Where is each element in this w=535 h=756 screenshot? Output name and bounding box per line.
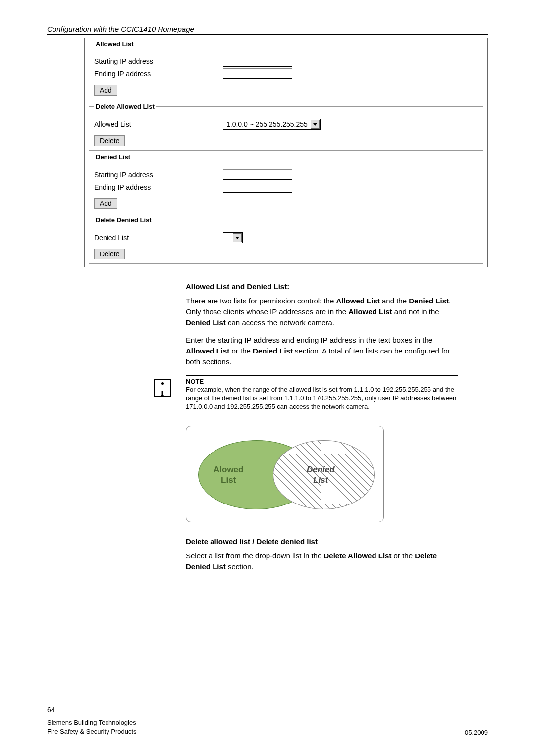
chevron-down-icon — [311, 120, 320, 129]
page-footer: 64 Siemens Building Technologies Fire Sa… — [47, 706, 488, 736]
delete-allowed-legend: Delete Allowed List — [94, 103, 156, 110]
allowed-list-fieldset: Allowed List Starting IP address Ending … — [89, 40, 483, 100]
denied-list-select[interactable] — [223, 232, 243, 243]
starting-ip-label-denied: Starting IP address — [94, 171, 223, 179]
ending-ip-label: Ending IP address — [94, 70, 223, 78]
starting-ip-input-allowed[interactable] — [223, 56, 292, 67]
footer-company: Siemens Building Technologies — [47, 718, 137, 727]
paragraph-select-list: Select a list from the drop-down list in… — [186, 551, 458, 572]
section-heading-lists: Allowed List and Denied List: — [186, 282, 458, 291]
add-button-denied[interactable]: Add — [94, 198, 117, 209]
info-icon: ı — [154, 379, 171, 397]
page-title: Configuration with the CCIC1410 Homepage — [47, 25, 488, 35]
footer-date: 05.2009 — [465, 729, 488, 736]
denied-list-legend: Denied List — [94, 153, 132, 161]
allowed-list-select-value: 1.0.0.0 ~ 255.255.255.255 — [223, 120, 311, 128]
section-heading-delete: Delete allowed list / Delete denied list — [186, 537, 458, 546]
ending-ip-input-denied[interactable] — [223, 182, 292, 193]
note-text: For example, when the range of the allow… — [186, 385, 458, 411]
footer-division: Fire Safety & Security Products — [47, 727, 137, 736]
paragraph-enter-ip: Enter the starting IP address and ending… — [186, 335, 458, 367]
allowed-list-select[interactable]: 1.0.0.0 ~ 255.255.255.255 — [223, 119, 321, 130]
starting-ip-input-denied[interactable] — [223, 169, 292, 180]
paragraph-permission-control: There are two lists for permission contr… — [186, 296, 458, 328]
ending-ip-input-allowed[interactable] — [223, 68, 292, 79]
config-ui-panel: Allowed List Starting IP address Ending … — [84, 38, 488, 267]
starting-ip-label: Starting IP address — [94, 57, 223, 65]
chevron-down-icon — [233, 233, 242, 242]
diagram-allowed-label: AlowedList — [214, 465, 243, 485]
delete-button-allowed[interactable]: Delete — [94, 135, 125, 146]
note-heading: NOTE — [186, 378, 458, 385]
venn-diagram: AlowedList DeniedList — [186, 426, 384, 522]
delete-denied-fieldset: Delete Denied List Denied List Delete — [89, 216, 483, 264]
delete-allowed-fieldset: Delete Allowed List Allowed List 1.0.0.0… — [89, 103, 483, 151]
diagram-denied-label: DeniedList — [307, 465, 335, 485]
ending-ip-label-denied: Ending IP address — [94, 183, 223, 191]
allowed-list-legend: Allowed List — [94, 40, 135, 48]
delete-denied-legend: Delete Denied List — [94, 216, 153, 224]
add-button-allowed[interactable]: Add — [94, 85, 117, 96]
denied-list-select-label: Denied List — [94, 234, 223, 242]
denied-list-fieldset: Denied List Starting IP address Ending I… — [89, 153, 483, 213]
allowed-list-select-label: Allowed List — [94, 120, 223, 128]
page-number: 64 — [47, 706, 488, 714]
delete-button-denied[interactable]: Delete — [94, 249, 125, 259]
